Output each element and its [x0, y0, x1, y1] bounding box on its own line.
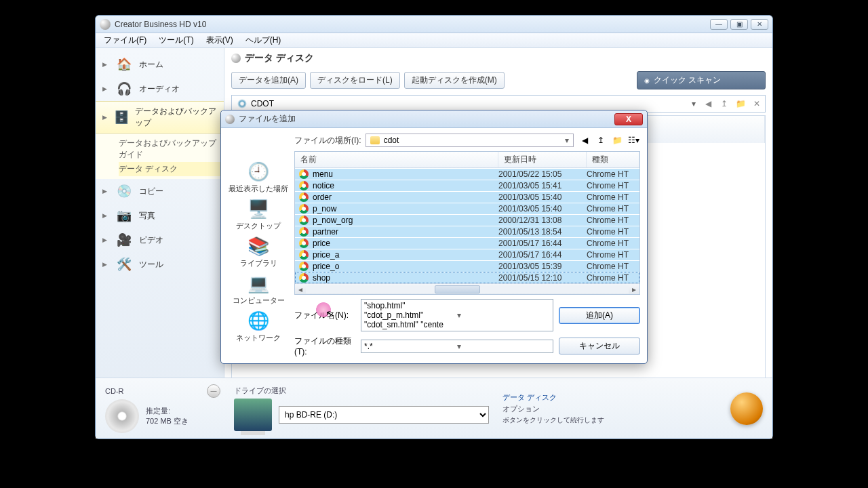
computer-place-icon: 💻	[245, 272, 271, 294]
view-menu-icon[interactable]: ☷▾	[627, 134, 640, 147]
file-row[interactable]: shop2001/05/15 12:10Chrome HT	[295, 272, 639, 283]
file-row[interactable]: menu2001/05/22 15:05Chrome HT	[295, 168, 639, 180]
location-combo[interactable]: cdot ▾	[366, 134, 574, 147]
titlebar[interactable]: Creator Business HD v10 — ▣ ✕	[96, 16, 772, 33]
back-icon[interactable]: ◀	[578, 134, 591, 147]
file-name: price_o	[313, 262, 339, 271]
file-row[interactable]: notice2001/03/05 15:41Chrome HT	[295, 180, 639, 191]
sidebar-item-data-backup[interactable]: ▶🗄️データおよびバックアップ	[96, 101, 224, 134]
chrome-icon	[299, 204, 309, 214]
file-name: p_now	[313, 204, 336, 214]
chevron-down-icon[interactable]: ▾	[457, 342, 550, 351]
sidebar-item-video[interactable]: ▶🎥ビデオ	[96, 228, 224, 252]
add-data-button[interactable]: データを追加(A)	[231, 72, 306, 89]
cancel-button[interactable]: キャンセル	[559, 338, 640, 354]
file-row[interactable]: order2001/03/05 15:40Chrome HT	[295, 191, 639, 203]
recent-icon: 🕘	[245, 161, 271, 182]
up-one-level-icon[interactable]: ↥	[594, 134, 608, 147]
nav-up-icon[interactable]: ↥	[717, 97, 731, 110]
filename-label: ファイル名(N):	[294, 310, 355, 321]
file-name: price_a	[313, 250, 339, 260]
file-row[interactable]: price_o2001/03/05 15:39Chrome HT	[295, 260, 639, 272]
close-button[interactable]: ✕	[751, 19, 768, 30]
maximize-button[interactable]: ▣	[730, 19, 748, 30]
chrome-icon	[299, 262, 309, 271]
dlg-col-modified[interactable]: 更新日時	[498, 152, 587, 167]
chrome-icon	[299, 216, 309, 225]
camera-icon: 📷	[115, 207, 134, 224]
collapse-button[interactable]: —	[207, 384, 220, 398]
estimate-value: 702 MB 空き	[146, 416, 189, 426]
drive-select[interactable]: hp BD-RE (D:)	[279, 406, 489, 424]
sidebar-item-tools[interactable]: ▶🛠️ツール	[96, 252, 224, 277]
file-type: Chrome HT	[587, 239, 639, 248]
load-disc-button[interactable]: ディスクをロード(L)	[310, 72, 400, 89]
file-name: menu	[313, 169, 333, 179]
file-row[interactable]: price_a2001/05/17 16:44Chrome HT	[295, 249, 639, 260]
place-computer[interactable]: 💻コンピューター	[233, 272, 285, 306]
filename-input[interactable]: "shop.html" "cdot_p_m.html" "cdot_sm.htm…	[361, 299, 553, 331]
folder-icon	[370, 136, 380, 144]
chrome-icon	[299, 239, 309, 248]
file-row[interactable]: p_now2001/03/05 15:40Chrome HT	[295, 203, 639, 214]
file-row[interactable]: p_now_org2000/12/31 13:08Chrome HT	[295, 214, 639, 226]
file-modified: 2000/12/31 13:08	[498, 216, 587, 225]
scroll-right-icon[interactable]: ▸	[629, 285, 639, 294]
chevron-down-icon[interactable]: ▾	[457, 310, 550, 320]
scroll-thumb[interactable]	[435, 285, 480, 293]
file-row[interactable]: partner2001/05/13 18:54Chrome HT	[295, 226, 639, 237]
sidebar-subitems: データおよびバックアップ ガイド データ ディスク	[96, 134, 224, 179]
dlg-col-type[interactable]: 種類	[587, 152, 639, 167]
home-icon: 🏠	[115, 56, 134, 73]
menu-tools[interactable]: ツール(T)	[153, 33, 199, 47]
menu-file[interactable]: ファイル(F)	[98, 33, 152, 47]
sidebar-subitem-data-disc[interactable]: データ ディスク	[119, 162, 224, 176]
scroll-left-icon[interactable]: ◂	[295, 285, 306, 294]
file-row[interactable]: price2001/05/17 16:44Chrome HT	[295, 237, 639, 249]
file-type: Chrome HT	[587, 169, 639, 179]
sidebar-item-copy[interactable]: ▶💿コピー	[96, 179, 224, 203]
path-dropdown-icon[interactable]: ▾	[689, 99, 698, 108]
new-folder-icon[interactable]: 📁	[734, 97, 747, 110]
delete-icon[interactable]: ✕	[750, 97, 764, 110]
filetype-combo[interactable]: *.*▾	[361, 340, 553, 353]
network-icon: 🌐	[245, 310, 271, 331]
menu-help[interactable]: ヘルプ(H)	[240, 33, 287, 47]
file-type: Chrome HT	[587, 181, 639, 190]
file-type: Chrome HT	[587, 204, 639, 214]
dialog-close-button[interactable]: X	[614, 113, 643, 125]
video-camera-icon: 🎥	[115, 232, 134, 248]
sidebar-label: ツール	[139, 259, 163, 270]
new-folder-tool-icon[interactable]: 📁	[610, 134, 624, 147]
sidebar-subitem-guide[interactable]: データおよびバックアップ ガイド	[119, 136, 224, 162]
options-link[interactable]: オプション	[502, 404, 540, 414]
menu-view[interactable]: 表示(V)	[201, 33, 239, 47]
nav-back-icon[interactable]: ◀	[701, 97, 715, 110]
place-recent[interactable]: 🕘最近表示した場所	[229, 161, 288, 194]
page-title: データ ディスク	[245, 52, 314, 64]
place-libraries[interactable]: 📚ライブラリ	[240, 235, 277, 268]
file-name: partner	[313, 227, 338, 237]
file-modified: 2001/03/05 15:40	[498, 192, 587, 202]
cd-icon	[105, 399, 139, 433]
add-button[interactable]: 追加(A)	[559, 307, 640, 324]
file-modified: 2001/03/05 15:39	[498, 262, 587, 271]
place-desktop[interactable]: 🖥️デスクトップ	[236, 198, 281, 231]
sidebar-item-home[interactable]: ▶🏠ホーム	[96, 52, 224, 77]
horizontal-scrollbar[interactable]: ◂ ▸	[295, 283, 639, 294]
file-name: shop	[313, 273, 330, 283]
estimate-label: 推定量:	[146, 406, 189, 416]
file-type: Chrome HT	[587, 250, 639, 260]
place-network[interactable]: 🌐ネットワーク	[236, 310, 281, 343]
sidebar-item-photo[interactable]: ▶📷写真	[96, 203, 224, 228]
quick-scan-button[interactable]: クイック スキャン	[637, 71, 766, 89]
burn-button[interactable]	[730, 392, 763, 425]
sidebar-item-audio[interactable]: ▶🎧オーディオ	[96, 77, 224, 101]
libraries-icon: 📚	[245, 235, 271, 257]
create-boot-disc-button[interactable]: 起動ディスクを作成(M)	[404, 72, 505, 89]
chevron-down-icon[interactable]: ▾	[565, 136, 569, 145]
dialog-titlebar[interactable]: ファイルを追加 X	[221, 110, 647, 128]
dlg-col-name[interactable]: 名前	[295, 152, 498, 167]
chrome-icon	[299, 169, 309, 179]
minimize-button[interactable]: —	[710, 19, 728, 30]
